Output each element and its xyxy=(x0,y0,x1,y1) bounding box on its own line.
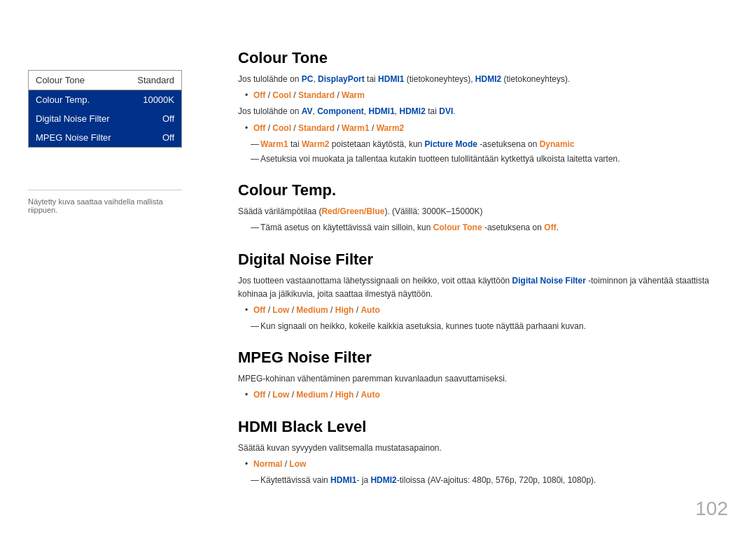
dash-item: Tämä asetus on käytettävissä vain silloi… xyxy=(251,221,721,234)
dash-item: Käytettävissä vain HDMI1- ja HDMI2-tiloi… xyxy=(251,474,721,487)
menu-item-label: Digital Noise Filter xyxy=(36,113,109,124)
sidebar: Colour Tone Standard Colour Temp. 10000K… xyxy=(0,28,217,506)
main-content: Colour Tone Jos tulolähde on PC, Display… xyxy=(217,28,756,506)
section-colour-tone: Colour Tone Jos tulolähde on PC, Display… xyxy=(238,49,721,166)
menu-item-label: Colour Temp. xyxy=(36,94,90,105)
mpeg-noise-list: Off / Low / Medium / High / Auto xyxy=(238,388,721,402)
menu-item-label: MPEG Noise Filter xyxy=(36,132,111,143)
section-body-mpeg-noise-filter: MPEG-kohinan vähentäminen paremman kuvan… xyxy=(238,372,721,402)
colour-tone-p2: Jos tulolähde on AV, Component, HDMI1, H… xyxy=(238,105,721,118)
digital-noise-dash-list: Kun signaali on heikko, kokeile kaikkia … xyxy=(238,320,721,333)
menu-box: Colour Tone Standard Colour Temp. 10000K… xyxy=(28,70,182,148)
menu-item-colour-temp[interactable]: Colour Temp. 10000K xyxy=(29,90,181,109)
hdmi-black-p1: Säätää kuvan syvyyden valitsemalla musta… xyxy=(238,442,721,455)
section-body-colour-temp: Säädä värilämpötilaa (Red/Green/Blue). (… xyxy=(238,205,721,234)
page-container: Colour Tone Standard Colour Temp. 10000K… xyxy=(0,0,756,534)
digital-noise-list: Off / Low / Medium / High / Auto xyxy=(238,304,721,317)
sidebar-note: Näytetty kuva saattaa vaihdella mallista… xyxy=(28,190,182,214)
hdmi-black-list: Normal / Low xyxy=(238,458,721,471)
colour-tone-list2: Off / Cool / Standard / Warm1 / Warm2 xyxy=(238,122,721,135)
section-body-colour-tone: Jos tulolähde on PC, DisplayPort tai HDM… xyxy=(238,73,721,166)
colour-temp-p1: Säädä värilämpötilaa (Red/Green/Blue). (… xyxy=(238,205,721,218)
section-body-hdmi-black-level: Säätää kuvan syvyyden valitsemalla musta… xyxy=(238,442,721,488)
colour-temp-dash-list: Tämä asetus on käytettävissä vain silloi… xyxy=(238,221,721,234)
section-mpeg-noise-filter: MPEG Noise Filter MPEG-kohinan vähentämi… xyxy=(238,349,721,402)
section-hdmi-black-level: HDMI Black Level Säätää kuvan syvyyden v… xyxy=(238,418,721,488)
menu-header-label: Colour Tone xyxy=(36,75,85,85)
bullet-item: Off / Low / Medium / High / Auto xyxy=(245,388,721,402)
colour-tone-dash-list: Warm1 tai Warm2 poistetaan käytöstä, kun… xyxy=(238,138,721,166)
page-number: 102 xyxy=(695,498,728,520)
colour-tone-p1: Jos tulolähde on PC, DisplayPort tai HDM… xyxy=(238,73,721,86)
digital-noise-p1: Jos tuotteen vastaanottama lähetyssignaa… xyxy=(238,274,721,301)
mpeg-noise-p1: MPEG-kohinan vähentäminen paremman kuvan… xyxy=(238,372,721,386)
section-body-digital-noise-filter: Jos tuotteen vastaanottama lähetyssignaa… xyxy=(238,274,721,334)
menu-item-mpeg-noise[interactable]: MPEG Noise Filter Off xyxy=(29,128,181,147)
menu-header-value: Standard xyxy=(137,75,174,85)
menu-item-value: Off xyxy=(162,113,174,124)
dash-item: Kun signaali on heikko, kokeile kaikkia … xyxy=(251,320,721,333)
section-digital-noise-filter: Digital Noise Filter Jos tuotteen vastaa… xyxy=(238,251,721,334)
section-colour-temp: Colour Temp. Säädä värilämpötilaa (Red/G… xyxy=(238,181,721,234)
section-title-colour-temp: Colour Temp. xyxy=(238,181,721,199)
section-title-colour-tone: Colour Tone xyxy=(238,49,721,67)
section-title-digital-noise-filter: Digital Noise Filter xyxy=(238,251,721,269)
sidebar-note-text: Näytetty kuva saattaa vaihdella mallista… xyxy=(28,197,163,214)
hdmi-black-dash-list: Käytettävissä vain HDMI1- ja HDMI2-tiloi… xyxy=(238,474,721,487)
dash-item: Warm1 tai Warm2 poistetaan käytöstä, kun… xyxy=(251,138,721,151)
section-title-hdmi-black-level: HDMI Black Level xyxy=(238,418,721,436)
bullet-item: Off / Low / Medium / High / Auto xyxy=(245,304,721,317)
menu-item-digital-noise[interactable]: Digital Noise Filter Off xyxy=(29,109,181,128)
bullet-item: Normal / Low xyxy=(245,458,721,471)
bullet-item: Off / Cool / Standard / Warm xyxy=(245,89,721,102)
colour-tone-list1: Off / Cool / Standard / Warm xyxy=(238,89,721,102)
menu-item-value: Off xyxy=(162,132,174,143)
bullet-item: Off / Cool / Standard / Warm1 / Warm2 xyxy=(245,122,721,135)
section-title-mpeg-noise-filter: MPEG Noise Filter xyxy=(238,349,721,367)
menu-item-value: 10000K xyxy=(143,94,174,105)
dash-item: Asetuksia voi muokata ja tallentaa kutak… xyxy=(251,153,721,166)
menu-header-row: Colour Tone Standard xyxy=(29,71,181,90)
